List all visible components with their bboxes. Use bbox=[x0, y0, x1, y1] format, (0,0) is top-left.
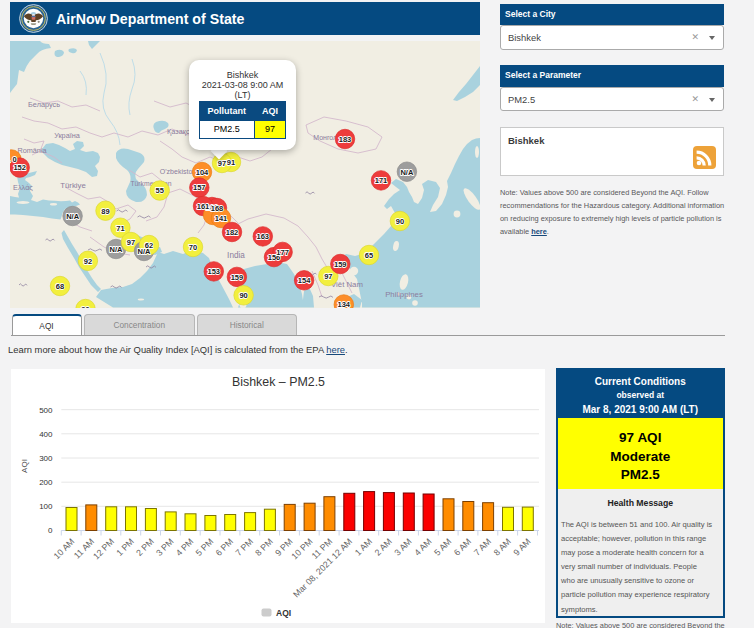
svg-text:Philippines: Philippines bbox=[385, 290, 423, 299]
svg-text:141: 141 bbox=[215, 214, 228, 223]
svg-text:71: 71 bbox=[116, 224, 124, 233]
svg-text:182: 182 bbox=[226, 228, 239, 237]
svg-text:134: 134 bbox=[338, 300, 351, 308]
svg-text:8 PM: 8 PM bbox=[253, 536, 275, 558]
svg-text:N/A: N/A bbox=[66, 212, 80, 221]
svg-text:12 PM: 12 PM bbox=[91, 536, 116, 561]
svg-text:89: 89 bbox=[101, 207, 109, 216]
svg-text:200: 200 bbox=[39, 478, 53, 487]
svg-text:68: 68 bbox=[56, 282, 64, 291]
svg-text:90: 90 bbox=[396, 217, 404, 226]
svg-text:5 AM: 5 AM bbox=[432, 536, 453, 557]
svg-text:97: 97 bbox=[324, 272, 332, 281]
svg-text:Ελλάς: Ελλάς bbox=[13, 183, 33, 192]
svg-text:România: România bbox=[17, 146, 47, 155]
svg-text:N/A: N/A bbox=[110, 245, 124, 254]
svg-text:159: 159 bbox=[231, 273, 244, 282]
svg-text:92: 92 bbox=[84, 257, 92, 266]
svg-text:500: 500 bbox=[39, 406, 53, 415]
svg-text:Türkiye: Türkiye bbox=[60, 181, 86, 190]
svg-text:India: India bbox=[227, 251, 245, 260]
svg-text:400: 400 bbox=[39, 430, 53, 439]
svg-text:90: 90 bbox=[81, 305, 89, 308]
svg-text:9 AM: 9 AM bbox=[511, 536, 532, 557]
svg-text:4 AM: 4 AM bbox=[412, 536, 433, 557]
svg-text:91: 91 bbox=[227, 158, 235, 167]
svg-text:154: 154 bbox=[298, 276, 311, 285]
svg-text:3 AM: 3 AM bbox=[392, 536, 413, 557]
svg-text:N/A: N/A bbox=[400, 168, 414, 177]
svg-text:159: 159 bbox=[334, 260, 347, 269]
svg-text:AQI: AQI bbox=[276, 608, 291, 618]
svg-text:10 AM: 10 AM bbox=[52, 536, 77, 561]
svg-text:62: 62 bbox=[145, 241, 153, 250]
svg-text:5 PM: 5 PM bbox=[194, 536, 216, 558]
svg-text:300: 300 bbox=[39, 454, 53, 463]
svg-text:4 PM: 4 PM bbox=[174, 536, 196, 558]
svg-text:O'zbekiston: O'zbekiston bbox=[160, 168, 196, 175]
svg-text:1 AM: 1 AM bbox=[353, 536, 374, 557]
svg-text:Україна: Україна bbox=[54, 131, 81, 140]
svg-text:168: 168 bbox=[211, 204, 224, 213]
svg-text:100: 100 bbox=[39, 502, 53, 511]
svg-text:7 AM: 7 AM bbox=[472, 536, 493, 557]
svg-text:183: 183 bbox=[339, 135, 352, 144]
svg-text:65: 65 bbox=[365, 251, 373, 260]
svg-text:152: 152 bbox=[13, 163, 26, 172]
svg-text:171: 171 bbox=[375, 176, 388, 185]
svg-text:1 PM: 1 PM bbox=[114, 536, 136, 558]
svg-text:157: 157 bbox=[193, 183, 206, 192]
svg-text:3 PM: 3 PM bbox=[154, 536, 176, 558]
svg-text:7 PM: 7 PM bbox=[233, 536, 255, 558]
svg-text:Bishkek – PM2.5: Bishkek – PM2.5 bbox=[232, 375, 325, 389]
svg-text:161: 161 bbox=[197, 202, 210, 211]
svg-text:90: 90 bbox=[239, 291, 247, 300]
svg-text:6 PM: 6 PM bbox=[214, 536, 236, 558]
svg-text:AQI: AQI bbox=[20, 459, 29, 473]
svg-text:97: 97 bbox=[127, 238, 135, 247]
svg-text:Беларусь: Беларусь bbox=[28, 100, 60, 109]
svg-text:6 AM: 6 AM bbox=[452, 536, 473, 557]
svg-text:153: 153 bbox=[208, 267, 221, 276]
svg-text:104: 104 bbox=[196, 168, 209, 177]
svg-text:55: 55 bbox=[156, 186, 164, 195]
svg-text:177: 177 bbox=[276, 248, 289, 257]
svg-text:163: 163 bbox=[257, 232, 270, 241]
svg-text:2 PM: 2 PM bbox=[134, 536, 156, 558]
svg-text:97: 97 bbox=[218, 159, 226, 168]
svg-text:70: 70 bbox=[189, 243, 197, 252]
svg-text:10 PM: 10 PM bbox=[289, 536, 314, 561]
svg-text:0: 0 bbox=[48, 526, 53, 535]
svg-text:2 AM: 2 AM bbox=[373, 536, 394, 557]
svg-text:8 AM: 8 AM bbox=[492, 536, 513, 557]
